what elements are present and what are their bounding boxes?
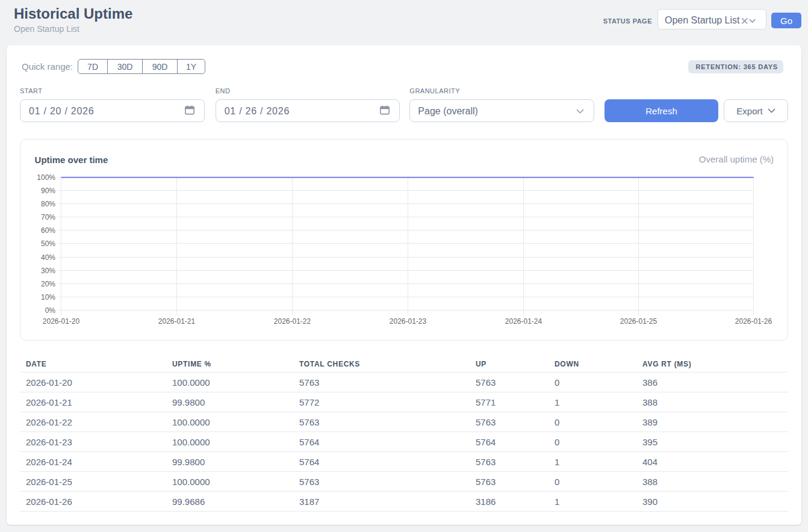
svg-text:2026-01-23: 2026-01-23 [390, 317, 427, 326]
svg-text:90%: 90% [41, 187, 55, 195]
svg-text:60%: 60% [41, 226, 55, 235]
svg-text:30%: 30% [41, 267, 55, 275]
svg-text:2026-01-24: 2026-01-24 [505, 317, 542, 326]
svg-text:50%: 50% [41, 240, 55, 248]
svg-text:2026-01-20: 2026-01-20 [43, 317, 80, 326]
svg-text:2026-01-21: 2026-01-21 [158, 317, 196, 326]
svg-text:2026-01-25: 2026-01-25 [620, 317, 657, 326]
svg-text:2026-01-26: 2026-01-26 [735, 317, 772, 326]
svg-text:100%: 100% [37, 173, 55, 182]
svg-text:Overall uptime (%): Overall uptime (%) [699, 154, 774, 164]
svg-text:0%: 0% [45, 306, 56, 315]
svg-text:10%: 10% [41, 293, 55, 302]
svg-text:Uptime over time: Uptime over time [35, 155, 108, 165]
svg-text:70%: 70% [41, 213, 55, 221]
svg-text:2026-01-22: 2026-01-22 [274, 317, 311, 326]
svg-text:80%: 80% [41, 200, 55, 208]
svg-text:40%: 40% [41, 253, 55, 262]
svg-text:20%: 20% [41, 280, 55, 288]
